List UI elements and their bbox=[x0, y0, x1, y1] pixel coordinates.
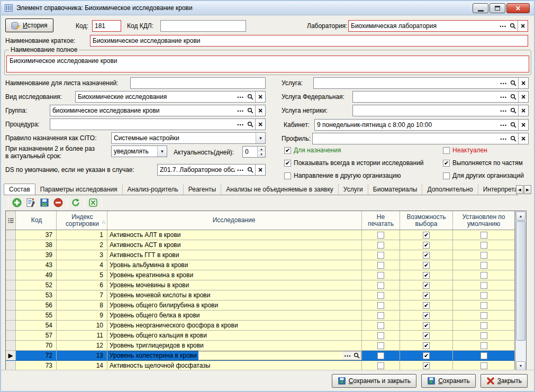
grid-checkbox[interactable] bbox=[377, 282, 384, 289]
grid-cell-index[interactable]: 7 bbox=[57, 290, 107, 300]
grid-cell[interactable]: ✔ bbox=[400, 260, 453, 270]
grid-checkbox[interactable] bbox=[377, 332, 384, 339]
ellipsis-button[interactable]: ⋯ bbox=[498, 133, 508, 144]
grid-cell[interactable] bbox=[453, 351, 515, 361]
scroll-up-button[interactable]: ▲ bbox=[516, 212, 525, 221]
grid-checkbox[interactable] bbox=[377, 322, 384, 329]
grid-cell[interactable] bbox=[362, 300, 400, 311]
search-button[interactable] bbox=[245, 165, 255, 175]
grid-checkbox[interactable]: ✔ bbox=[423, 302, 430, 309]
checkbox-box[interactable]: ✔ bbox=[284, 147, 291, 154]
grid-cell[interactable]: ✔ bbox=[400, 240, 453, 250]
grid-checkbox[interactable]: ✔ bbox=[423, 282, 430, 289]
column-header-issledovanie[interactable]: Исследование bbox=[107, 211, 362, 230]
checkbox-3[interactable]: ✔Показывать всегда в истории исследовани… bbox=[284, 159, 424, 167]
grid-checkbox[interactable]: ✔ bbox=[423, 242, 430, 249]
tab-6[interactable]: Услуги bbox=[339, 184, 368, 195]
grid-cell-name[interactable]: Уровнь альбумина в крови bbox=[107, 260, 362, 270]
grid-checkbox[interactable] bbox=[377, 362, 384, 369]
search-button[interactable] bbox=[508, 78, 518, 88]
tab-scroll-left-button[interactable]: ◀ bbox=[516, 185, 523, 194]
search-button[interactable] bbox=[352, 351, 361, 360]
ellipsis-button[interactable]: ⋯ bbox=[235, 165, 245, 175]
usluga-netriki-field[interactable]: ⋯× bbox=[352, 105, 529, 116]
grid-checkbox[interactable] bbox=[377, 302, 384, 309]
grid-cell[interactable] bbox=[362, 250, 400, 260]
grid-checkbox[interactable]: ✔ bbox=[423, 272, 430, 279]
table-row[interactable]: 568Уровень общего билирубина в крови✔ bbox=[6, 300, 526, 311]
checkbox-box[interactable]: ✔ bbox=[284, 160, 291, 167]
grid-cell-kod[interactable]: 49 bbox=[16, 270, 57, 280]
ellipsis-button[interactable]: ⋯ bbox=[235, 119, 245, 130]
grid-cell[interactable] bbox=[453, 250, 515, 260]
ellipsis-button[interactable]: ⋯ bbox=[498, 92, 508, 102]
tab-7[interactable]: Биоматериалы bbox=[368, 184, 423, 195]
grid-cell[interactable] bbox=[453, 240, 515, 250]
grid-cell-kod[interactable]: 72 bbox=[16, 351, 57, 361]
grid-cell-name[interactable]: Уровень креатинина в крови bbox=[107, 270, 362, 280]
column-header-vozmozhnost-vybora[interactable]: Возможность выбора bbox=[400, 211, 453, 230]
clear-icon[interactable]: × bbox=[518, 92, 528, 102]
grid-checkbox[interactable]: ✔ bbox=[423, 292, 430, 299]
table-row[interactable]: 5711Уровень общего кальция в крови✔ bbox=[6, 331, 526, 341]
grid-cell[interactable]: ✔ bbox=[400, 321, 453, 331]
checkbox-box[interactable] bbox=[443, 172, 450, 179]
tab-3[interactable]: Анализ-родитель bbox=[123, 184, 184, 195]
grid-checkbox[interactable]: ✔ bbox=[423, 332, 430, 339]
clear-icon[interactable]: × bbox=[518, 133, 528, 144]
list-naznacheniy-field[interactable] bbox=[130, 77, 266, 89]
clear-icon[interactable]: × bbox=[255, 165, 265, 175]
grid-checkbox[interactable] bbox=[377, 312, 384, 319]
grid-cell[interactable] bbox=[453, 280, 515, 290]
close-button[interactable]: ✕ bbox=[506, 3, 530, 13]
grid-cell[interactable] bbox=[362, 260, 400, 270]
grid-cell-name[interactable]: Уровень триглицеридов в крови bbox=[107, 341, 362, 351]
grid-cell-kod[interactable]: 39 bbox=[16, 250, 57, 260]
grid-checkbox[interactable] bbox=[480, 322, 487, 329]
grid-cell[interactable]: ✔ bbox=[400, 250, 453, 260]
grid-checkbox[interactable]: ✔ bbox=[423, 342, 430, 349]
grid-cell[interactable] bbox=[453, 331, 515, 341]
grid-checkbox[interactable]: ✔ bbox=[423, 312, 430, 319]
search-button[interactable] bbox=[508, 133, 518, 144]
table-row[interactable]: 434Уровнь альбумина в крови✔ bbox=[6, 260, 526, 270]
search-button[interactable] bbox=[245, 119, 255, 130]
laboratory-field[interactable]: Биохимическая лаборатория ⋯× bbox=[348, 20, 528, 32]
grid-cell-name[interactable]: Уровень неорганического фосфора в крови bbox=[107, 321, 362, 331]
tab-1[interactable]: Состав bbox=[4, 184, 35, 195]
column-header-kod[interactable]: Код bbox=[16, 211, 57, 230]
grid-checkbox[interactable] bbox=[377, 242, 384, 249]
tab-9[interactable]: Интерпретация рез bbox=[478, 184, 518, 195]
grid-cell-kod[interactable]: 56 bbox=[16, 300, 57, 311]
ellipsis-button[interactable]: ⋯ bbox=[498, 120, 508, 130]
grid-cell-index[interactable]: 8 bbox=[57, 300, 107, 311]
grid-cell-name[interactable]: Активность АСТ в крови bbox=[107, 240, 362, 250]
column-header-ne-pechatat[interactable]: Не печатать bbox=[362, 211, 400, 230]
grid-cell-index[interactable]: 5 bbox=[57, 270, 107, 280]
grid-cell[interactable]: ✔ bbox=[400, 280, 453, 290]
grid-cell[interactable] bbox=[362, 230, 400, 240]
grid-cell-name[interactable]: Уровень мочевины в крови bbox=[107, 280, 362, 290]
table-row[interactable]: 5410Уровень неорганического фосфора в кр… bbox=[6, 321, 526, 331]
usluga-field[interactable]: ⋯× bbox=[313, 77, 529, 89]
grid-cell-kod[interactable]: 43 bbox=[16, 260, 57, 270]
grid-cell-name[interactable]: Уровень общего белка в крови bbox=[107, 311, 362, 321]
full-name-field[interactable]: Биохимическое исследование крови bbox=[6, 56, 529, 72]
grid-cell-name[interactable]: Уровень общего билирубина в крови bbox=[107, 300, 362, 311]
kod-field[interactable]: 181 bbox=[92, 20, 121, 32]
grid-cell-index[interactable]: 2 bbox=[57, 240, 107, 250]
grid-checkbox[interactable] bbox=[377, 352, 384, 359]
refresh-button[interactable] bbox=[70, 197, 81, 208]
grid-checkbox[interactable]: ✔ bbox=[423, 262, 430, 269]
grid-checkbox[interactable] bbox=[377, 292, 384, 299]
grid-cell-name[interactable]: Активность АЛТ в крови bbox=[107, 230, 362, 240]
aktualnost-spinner[interactable]: 0 ▲▼ bbox=[242, 146, 266, 158]
tab-5[interactable]: Анализы не объединяемые в заявку bbox=[221, 184, 339, 195]
column-header-index[interactable]: Индекс сортировки △ bbox=[57, 211, 107, 230]
grid-cell-index[interactable]: 13 bbox=[57, 351, 107, 361]
grid-cell-index[interactable]: 9 bbox=[57, 311, 107, 321]
grid-cell-kod[interactable]: 57 bbox=[16, 331, 57, 341]
grid-checkbox[interactable] bbox=[377, 272, 384, 279]
grid-cell[interactable] bbox=[453, 270, 515, 280]
grid-cell[interactable]: ✔ bbox=[400, 290, 453, 300]
